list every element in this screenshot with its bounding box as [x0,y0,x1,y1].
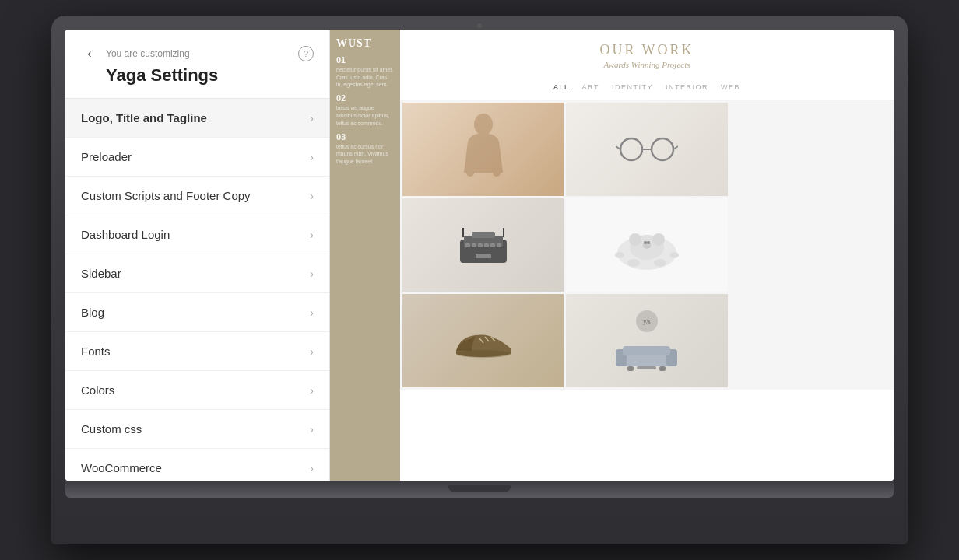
svg-rect-40 [659,366,666,371]
woman-silhouette-icon [460,110,507,188]
overlay-num-3: 03 [336,132,394,142]
sidebar-panel: ‹ You are customizing ? Yaga Settings Lo… [65,30,330,481]
svg-point-34 [456,350,511,358]
preview-nav-all[interactable]: ALL [553,83,570,93]
back-row: ‹ You are customizing ? [81,45,314,62]
customizing-label: You are customizing [106,48,290,59]
chevron-right-icon: › [310,306,314,319]
svg-rect-17 [497,243,501,247]
settings-title: Yaga Settings [81,65,314,86]
svg-rect-14 [478,243,483,247]
menu-item-label: Logo, Title and Tagline [81,111,207,124]
menu-item-woocommerce[interactable]: WooCommerce › [65,449,329,481]
menu-item-sidebar[interactable]: Sidebar › [65,254,329,293]
chevron-right-icon: › [310,112,314,124]
svg-point-22 [629,233,641,246]
menu-item-blog[interactable]: Blog › [65,293,329,332]
chevron-right-icon: › [310,229,314,241]
overlay-text-2: lacus vel augue faucibus dolor apibus, t… [336,104,394,127]
svg-rect-41 [637,366,656,369]
laptop-base [65,481,894,498]
laptop-notch [448,485,511,492]
svg-rect-16 [490,243,495,247]
laptop-screen: ‹ You are customizing ? Yaga Settings Lo… [65,30,894,481]
grid-cell-white2 [730,198,891,292]
menu-item-logo[interactable]: Logo, Title and Tagline › [65,99,329,138]
badge-circle: y/s [636,310,658,332]
svg-rect-13 [472,243,476,247]
chevron-right-icon: › [310,462,314,474]
menu-item-custom-scripts[interactable]: Custom Scripts and Footer Copy › [65,177,329,215]
overlay-num-2: 02 [336,93,394,103]
svg-rect-12 [465,243,470,247]
help-icon[interactable]: ? [298,46,314,61]
svg-rect-10 [472,232,495,238]
chevron-right-icon: › [310,190,314,202]
overlay-num-1: 01 [336,55,394,65]
chevron-right-icon: › [310,345,314,358]
menu-item-fonts[interactable]: Fonts › [65,332,329,371]
preview-nav-interior[interactable]: INTERIOR [666,83,708,93]
grid-cell-white1 [730,103,891,196]
grid-cell-sofa: y/s [566,294,727,387]
menu-item-label: WooCommerce [81,461,162,474]
grid-cell-typewriter [402,198,564,292]
menu-item-dashboard-login[interactable]: Dashboard Login › [65,215,329,254]
menu-item-label: Sidebar [81,267,121,280]
svg-rect-11 [476,254,491,258]
preview-grid: y/s [400,100,894,390]
svg-point-0 [474,114,493,135]
svg-rect-38 [623,346,670,355]
bear-icon [612,218,682,272]
svg-rect-39 [627,366,634,371]
svg-point-25 [644,241,647,244]
chevron-right-icon: › [310,151,314,163]
menu-item-preloader[interactable]: Preloader › [65,138,329,177]
svg-rect-15 [484,243,489,247]
menu-item-label: Colors [81,383,114,397]
svg-rect-1 [466,153,474,177]
overlay-text-3: tellus ac cursus rior mauris nibh. Vivam… [336,143,394,166]
svg-point-30 [669,252,679,258]
grid-cell-white3 [730,294,891,387]
typewriter-icon [456,224,511,267]
preview-nav-identity[interactable]: IDENTITY [612,83,653,93]
grid-cell-woman [402,103,564,196]
overlay-logo: WUST [336,37,394,51]
preview-nav-art[interactable]: ART [582,83,599,93]
grid-cell-bear [566,198,727,292]
chevron-right-icon: › [310,423,314,436]
menu-item-label: Blog [81,306,104,319]
camera-dot [477,23,482,28]
overlay-text-1: nectetur purus sit amet. Cras justo odio… [336,66,394,89]
preview-subtitle: Awards Winning Projects [408,60,886,69]
chevron-right-icon: › [310,384,314,397]
svg-point-23 [652,233,665,246]
menu-item-label: Dashboard Login [81,228,170,241]
svg-point-3 [620,138,642,160]
svg-rect-2 [493,153,501,177]
preview-title: our work [408,42,886,58]
menu-item-label: Fonts [81,345,111,358]
preview-nav-web[interactable]: WEB [721,83,740,93]
back-button[interactable]: ‹ [81,45,98,62]
menu-item-label: Custom Scripts and Footer Copy [81,189,251,202]
menu-item-colors[interactable]: Colors › [65,371,329,410]
menu-list: Logo, Title and Tagline › Preloader › Cu… [65,99,329,481]
svg-point-26 [647,241,650,244]
sidebar-header: ‹ You are customizing ? Yaga Settings [65,30,329,99]
preview-area: WUST 01 nectetur purus sit amet. Cras ju… [330,30,894,481]
text-overlay: WUST 01 nectetur purus sit amet. Cras ju… [330,30,400,481]
chevron-right-icon: › [310,268,314,280]
menu-item-custom-css[interactable]: Custom css › [65,410,329,449]
svg-point-27 [627,259,640,267]
sofa-icon [613,338,680,371]
svg-rect-19 [503,228,504,237]
glasses-icon [616,134,678,165]
preview-nav: ALLARTIDENTITYINTERIORWEB [400,77,894,100]
grid-cell-shoe [402,294,564,387]
preview-header: our work Awards Winning Projects [400,30,894,77]
shoe-icon [452,321,515,360]
menu-item-label: Preloader [81,150,132,163]
svg-point-28 [654,259,666,267]
